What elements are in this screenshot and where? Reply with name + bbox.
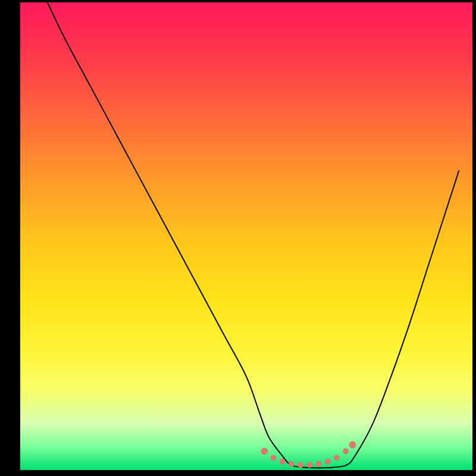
- valley-dot: [349, 441, 356, 449]
- valley-dot: [261, 448, 268, 455]
- valley-dot: [306, 462, 312, 468]
- valley-dot: [316, 461, 322, 467]
- plot-gradient-area: [20, 2, 472, 470]
- valley-dot: [280, 459, 286, 465]
- plot-svg: [20, 2, 472, 470]
- valley-dot: [334, 455, 340, 461]
- valley-dot: [298, 462, 303, 468]
- chart-frame: TheBottleneck.com: [0, 0, 476, 476]
- valley-dot: [325, 459, 331, 465]
- valley-dot: [271, 455, 277, 461]
- bottleneck-curve: [48, 2, 459, 468]
- valley-dot: [343, 449, 349, 455]
- valley-dot: [289, 461, 295, 467]
- valley-marker: [261, 441, 356, 468]
